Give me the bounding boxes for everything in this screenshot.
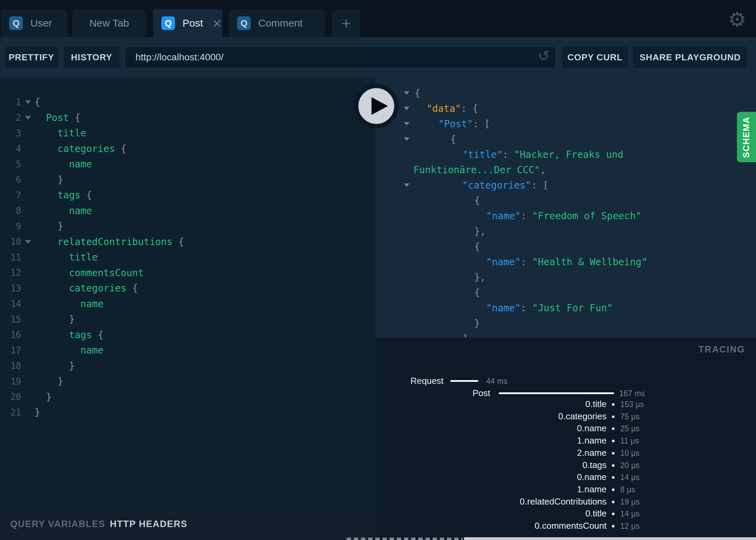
collapse-arrow-icon[interactable]: [404, 91, 409, 95]
resolver-bar: [612, 489, 614, 491]
resolver-path: 2.name: [577, 448, 607, 458]
editor-line: 21}: [0, 405, 375, 420]
resolver-duration: 8 μs: [620, 485, 635, 494]
resolver-bar: [612, 416, 614, 418]
resolver-duration: 20 μs: [620, 461, 640, 470]
response-line: "data": {: [375, 101, 756, 116]
fold-arrow-icon[interactable]: [25, 100, 31, 104]
reload-schema-icon[interactable]: ↺: [538, 47, 550, 64]
http-headers-tab[interactable]: HTTP HEADERS: [110, 519, 188, 529]
tab-user[interactable]: QUser: [1, 9, 68, 37]
response-code: "name": "Just For Fun": [375, 302, 613, 314]
response-line: {: [375, 239, 756, 254]
new-tab-button[interactable]: +: [332, 9, 360, 37]
resolver-bar: [612, 525, 614, 527]
resolver-path: 0.tags: [582, 460, 607, 470]
resolver-path: 0.name: [577, 423, 607, 434]
close-tab-icon[interactable]: ×: [212, 17, 222, 29]
tracing-request-row: Request 44 ms: [375, 376, 756, 388]
response-line: "Post": [: [375, 116, 756, 132]
schema-tab[interactable]: SCHEMA: [737, 112, 756, 162]
line-number: 4: [0, 144, 21, 154]
editor-code: relatedContributions {: [34, 236, 184, 247]
horizontal-scrollbar[interactable]: [464, 537, 756, 540]
endpoint-url-input[interactable]: [125, 46, 556, 69]
query-editor[interactable]: 1{2 Post {3 title4 categories {5 name6 }…: [0, 77, 375, 510]
line-number: 5: [0, 159, 21, 169]
collapse-arrow-icon[interactable]: [404, 183, 409, 187]
tracing-resolver-row: 0.tags20 μs: [375, 460, 756, 472]
editor-line: 19 }: [0, 374, 375, 389]
history-button[interactable]: HISTORY: [64, 47, 119, 68]
tab-comment[interactable]: QComment: [229, 9, 325, 37]
resolver-bar: [612, 501, 614, 503]
tracing-resolver-row: 0.title153 μs: [375, 399, 756, 411]
collapse-arrow-icon[interactable]: [404, 122, 409, 125]
collapse-arrow-icon[interactable]: [404, 107, 409, 110]
editor-code: name: [34, 159, 92, 170]
query-variables-tab[interactable]: QUERY VARIABLES: [10, 519, 105, 529]
resolver-bar: [612, 427, 614, 430]
tab-label: New Tab: [89, 17, 129, 29]
tab-label: Comment: [258, 17, 303, 29]
response-line: "name": "Just For Fun": [375, 300, 756, 316]
response-line: {: [375, 86, 756, 101]
editor-code: title: [34, 252, 98, 263]
bottom-bar: QUERY VARIABLES HTTP HEADERS: [0, 510, 375, 540]
tracing-resolver-row: 1.name11 μs: [375, 435, 756, 448]
line-number: 14: [0, 299, 21, 309]
response-code: "title": "Hacker, Freaks und: [375, 149, 623, 160]
editor-code: }: [34, 174, 63, 185]
response-code: {: [375, 241, 480, 252]
editor-line: 14 name: [0, 296, 375, 312]
resolver-duration: 25 μs: [620, 424, 640, 433]
fold-arrow-icon[interactable]: [25, 116, 31, 120]
fold-arrow-icon[interactable]: [25, 240, 31, 244]
resolver-bar: [612, 513, 614, 515]
response-line: Funktionäre...Der CCC",: [375, 162, 756, 178]
editor-code: commentsCount: [34, 267, 144, 279]
resolver-duration: 19 μs: [620, 497, 640, 507]
tracing-resolver-row: 1.name8 μs: [375, 484, 756, 496]
response-line: "name": "Freedom of Speech": [375, 208, 756, 224]
collapse-arrow-icon[interactable]: [404, 137, 409, 141]
resolver-path: 0.name: [577, 472, 607, 482]
editor-code: tags {: [34, 329, 103, 341]
line-number: 6: [0, 175, 21, 185]
settings-gear-icon[interactable]: ⚙: [728, 7, 746, 31]
tab-post[interactable]: QPost×: [153, 9, 222, 37]
tracing-request-bar: [450, 380, 478, 382]
fold-column: [21, 116, 34, 120]
tab-new-tab[interactable]: New Tab: [72, 9, 146, 37]
response-line: "title": "Hacker, Freaks und: [375, 147, 756, 162]
line-number: 19: [0, 376, 21, 387]
editor-line: 17 name: [0, 343, 375, 358]
line-number: 12: [0, 268, 21, 278]
response-line: {: [375, 132, 756, 147]
share-playground-button[interactable]: SHARE PLAYGROUND: [633, 47, 747, 68]
editor-code: categories {: [34, 283, 138, 294]
line-number: 1: [0, 97, 21, 107]
tracing-resolver-row: 0.name25 μs: [375, 423, 756, 435]
execute-query-button[interactable]: [354, 84, 399, 129]
resolver-path: 0.categories: [558, 411, 607, 422]
prettify-button[interactable]: PRETTIFY: [5, 47, 58, 68]
line-number: 11: [0, 252, 21, 262]
tracing-title: TRACING: [698, 344, 745, 355]
line-number: 7: [0, 190, 21, 200]
resolver-bar: [612, 403, 614, 406]
editor-line: 16 tags {: [0, 327, 375, 343]
editor-code: }: [34, 221, 63, 232]
editor-code: {: [34, 96, 40, 108]
response-pane: {"data": {"Post": [{"title": "Hacker, Fr…: [375, 77, 756, 338]
response-code: },: [375, 272, 486, 283]
copy-curl-button[interactable]: COPY CURL: [562, 47, 628, 68]
editor-line: 8 name: [0, 203, 375, 219]
fold-column: [21, 240, 34, 244]
editor-line: 20 }: [0, 389, 375, 405]
resolver-bar: [612, 452, 614, 454]
toolbar: PRETTIFY HISTORY ↺ COPY CURL SHARE PLAYG…: [0, 37, 756, 77]
resolver-bar: [612, 464, 614, 467]
response-line: ]: [375, 331, 756, 338]
resolver-duration: 12 μs: [620, 522, 640, 531]
